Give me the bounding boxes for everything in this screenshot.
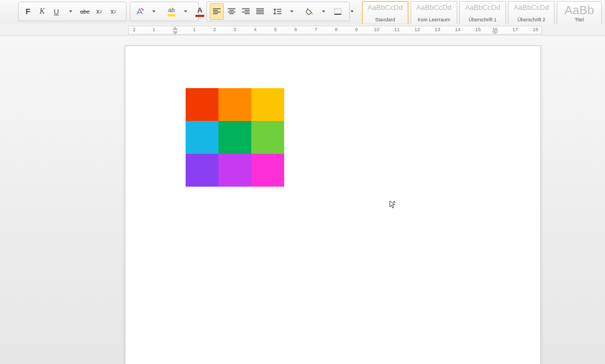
style-label: Titel <box>575 17 584 22</box>
clear-formatting-dropdown[interactable] <box>147 4 160 19</box>
grid-cell-5 <box>251 121 284 154</box>
style-label: Überschrift 2 <box>517 17 545 22</box>
style-überschrift-2[interactable]: AaBbCcDdÜberschrift 2 <box>508 1 555 25</box>
italic-label: K <box>39 7 44 16</box>
align-center-button[interactable] <box>225 4 238 19</box>
align-right-button[interactable] <box>239 4 252 19</box>
ruler-tick: 7 <box>314 27 317 32</box>
ruler-tick: 15 <box>475 27 481 32</box>
horizontal-ruler[interactable]: 21123456789101112131415161718 <box>0 24 605 36</box>
line-spacing-button[interactable] <box>271 4 284 19</box>
left-indent-marker[interactable] <box>172 31 178 35</box>
document-area <box>0 35 605 364</box>
strike-label: abc <box>80 8 90 15</box>
ruler-tick: 11 <box>394 27 400 32</box>
ruler-tick: 13 <box>435 27 440 32</box>
ruler-tick: 14 <box>455 27 460 32</box>
borders-icon <box>333 8 342 15</box>
align-justify-button[interactable] <box>253 4 267 19</box>
ruler-tick: 8 <box>335 27 337 32</box>
shading-dropdown[interactable] <box>317 4 330 19</box>
svg-point-2 <box>393 201 395 203</box>
style-preview: AaBbCcDd <box>509 3 554 11</box>
highlight-button[interactable]: ab <box>165 4 178 19</box>
styles-gallery: AaBbCcDdStandardAaBbCcDdKein LeerraumAaB… <box>361 0 603 24</box>
grid-cell-6 <box>186 154 218 187</box>
grid-cell-2 <box>251 88 284 121</box>
style-kein-leerraum[interactable]: AaBbCcDdKein Leerraum <box>411 1 457 25</box>
bold-label: F <box>26 7 31 16</box>
ruler-tick: 17 <box>512 27 518 32</box>
font-color-button[interactable]: A <box>193 4 206 19</box>
shading-button[interactable] <box>303 4 316 19</box>
underline-dropdown[interactable] <box>64 4 77 19</box>
svg-rect-1 <box>335 9 341 14</box>
ruler-tick: 2 <box>132 27 135 32</box>
svg-point-0 <box>312 13 313 15</box>
font-color-label: A <box>197 6 202 14</box>
grid-cell-3 <box>186 121 218 154</box>
style-label: Überschrift 1 <box>469 17 497 22</box>
grid-cell-4 <box>218 121 251 154</box>
ruler-tick: 1 <box>152 27 155 32</box>
ruler-tick: 3 <box>233 27 236 32</box>
style-überschrift-1[interactable]: AaBbCcDdÜberschrift 1 <box>459 1 506 25</box>
ruler-tick: 5 <box>274 27 276 32</box>
style-preview: AaBb <box>557 3 601 18</box>
grid-cell-1 <box>218 88 251 121</box>
borders-button[interactable] <box>331 4 344 19</box>
highlight-dropdown[interactable] <box>179 4 192 19</box>
strikethrough-button[interactable]: abc <box>78 4 91 19</box>
font-color-group: ab A <box>130 2 199 21</box>
clear-formatting-icon <box>135 7 144 16</box>
sub-num: 2 <box>100 9 102 14</box>
highlight-swatch <box>168 14 175 16</box>
ruler-tick: 6 <box>294 27 297 32</box>
font-style-group: F K U abc x2 x2 <box>18 2 126 21</box>
line-spacing-dropdown[interactable] <box>285 4 298 19</box>
ribbon: F K U abc x2 x2 ab A <box>0 0 605 25</box>
font-color-swatch <box>195 15 204 17</box>
ruler-track: 21123456789101112131415161718 <box>128 26 542 34</box>
clear-formatting-button[interactable] <box>133 4 146 19</box>
align-center-icon <box>227 8 236 15</box>
align-justify-icon <box>256 8 264 15</box>
underline-label: U <box>54 8 59 16</box>
italic-button[interactable]: K <box>36 4 49 19</box>
highlight-label: ab <box>168 7 175 13</box>
first-line-indent-marker[interactable] <box>172 26 178 30</box>
underline-button[interactable]: U <box>50 4 63 19</box>
paint-bucket-icon <box>305 8 314 15</box>
bold-button[interactable]: F <box>21 4 34 19</box>
sup-num: 2 <box>114 9 116 14</box>
color-grid-image[interactable] <box>186 88 284 187</box>
grid-cell-8 <box>251 154 284 187</box>
align-left-button[interactable] <box>210 3 224 20</box>
borders-dropdown[interactable] <box>345 4 359 19</box>
style-preview: AaBbCcDd <box>411 3 457 11</box>
align-left-icon <box>212 8 221 15</box>
style-preview: AaBbCcDd <box>460 3 505 11</box>
subscript-button[interactable]: x2 <box>93 4 106 19</box>
mouse-cursor <box>389 200 396 209</box>
style-preview: AaBbCcDd <box>362 3 408 11</box>
style-label: Kein Leerraum <box>418 17 450 22</box>
line-spacing-icon <box>273 8 282 15</box>
page[interactable] <box>125 45 541 364</box>
ruler-tick: 10 <box>374 27 379 32</box>
style-standard[interactable]: AaBbCcDdStandard <box>362 1 408 25</box>
superscript-button[interactable]: x2 <box>107 4 120 19</box>
align-right-icon <box>241 8 250 15</box>
ruler-tick: 18 <box>533 27 538 32</box>
style-label: Standard <box>375 17 395 22</box>
grid-cell-0 <box>186 88 218 121</box>
ruler-tick: 9 <box>355 27 358 32</box>
ruler-tick: 4 <box>253 27 256 32</box>
paragraph-group <box>206 2 350 21</box>
grid-cell-7 <box>218 154 251 187</box>
ruler-tick: 2 <box>213 27 216 32</box>
ruler-tick: 1 <box>193 27 195 32</box>
style-titel[interactable]: AaBbTitel <box>557 1 602 25</box>
ruler-tick: 12 <box>414 27 420 32</box>
